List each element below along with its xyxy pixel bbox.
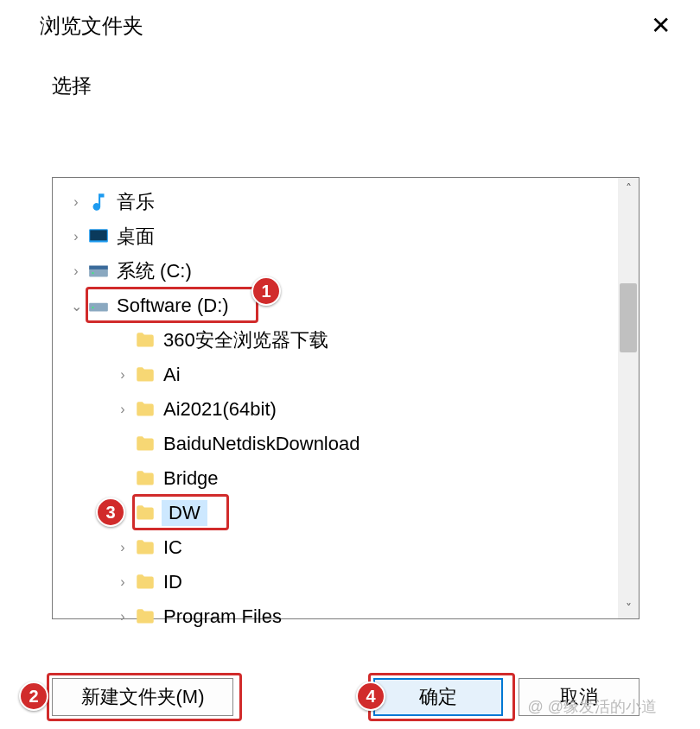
music-icon — [87, 191, 110, 213]
chevron-right-icon[interactable]: › — [113, 402, 132, 417]
scroll-up-icon[interactable]: ˄ — [618, 178, 639, 199]
drive-icon — [87, 295, 110, 317]
svg-rect-5 — [89, 303, 108, 312]
folder-tree[interactable]: ›音乐›桌面›系统 (C:)⌄Software (D:)1360安全浏览器下载›… — [53, 178, 639, 634]
folder-icon — [134, 467, 156, 490]
annotation-badge-3: 3 — [96, 498, 125, 527]
folder-icon — [134, 502, 156, 524]
tree-item-label: IC — [163, 536, 182, 559]
tree-item[interactable]: Bridge — [61, 461, 639, 496]
tree-item[interactable]: ⌄Software (D:)1 — [61, 288, 639, 323]
tree-item-label: BaiduNetdiskDownload — [163, 433, 360, 455]
folder-icon — [134, 536, 156, 559]
chevron-right-icon[interactable]: › — [113, 609, 132, 624]
tree-item[interactable]: ›Ai2021(64bit) — [61, 392, 639, 427]
folder-icon — [134, 329, 156, 352]
new-folder-button[interactable]: 新建文件夹(M) — [52, 678, 233, 716]
svg-point-4 — [92, 272, 93, 274]
chevron-right-icon[interactable]: › — [113, 574, 132, 590]
chevron-right-icon[interactable]: › — [67, 194, 86, 210]
tree-item-label: Ai — [163, 364, 181, 386]
svg-rect-1 — [90, 230, 107, 240]
tree-item-label: 系统 (C:) — [117, 258, 192, 284]
ok-button[interactable]: 确定 — [373, 678, 503, 716]
folder-icon — [134, 571, 156, 593]
tree-item-label: DW — [162, 500, 207, 526]
svg-point-6 — [92, 307, 93, 308]
folder-icon — [134, 605, 156, 628]
chevron-right-icon[interactable]: › — [113, 540, 132, 555]
instruction-label: 选择 — [0, 45, 700, 99]
scroll-thumb[interactable] — [620, 283, 637, 352]
folder-tree-container: ›音乐›桌面›系统 (C:)⌄Software (D:)1360安全浏览器下载›… — [52, 177, 640, 619]
annotation-badge-4: 4 — [356, 681, 385, 711]
tree-item-label: Program Files — [163, 605, 282, 628]
folder-icon — [134, 398, 156, 421]
tree-item-label: 桌面 — [117, 224, 155, 250]
tree-item[interactable]: ›桌面 — [61, 219, 639, 254]
svg-rect-3 — [89, 266, 108, 269]
tree-item-label: Bridge — [163, 467, 219, 490]
tree-item-label: 360安全浏览器下载 — [163, 327, 328, 353]
cancel-button[interactable]: 取消 — [519, 678, 640, 716]
annotation-badge-2: 2 — [19, 681, 48, 711]
tree-item[interactable]: ›Program Files — [61, 599, 639, 634]
svg-rect-2 — [89, 269, 108, 277]
drive-sys-icon — [87, 260, 110, 282]
tree-item-label: Software (D:) — [117, 295, 229, 317]
desktop-icon — [87, 225, 110, 248]
titlebar: 浏览文件夹 ✕ — [0, 0, 700, 45]
tree-item[interactable]: DW3 — [61, 496, 639, 530]
dialog-title: 浏览文件夹 — [40, 12, 143, 40]
scroll-down-icon[interactable]: ˅ — [618, 598, 639, 618]
tree-item[interactable]: ›音乐 — [61, 185, 639, 219]
browse-folder-dialog: 浏览文件夹 ✕ 选择 ›音乐›桌面›系统 (C:)⌄Software (D:)1… — [0, 0, 700, 729]
tree-item-label: Ai2021(64bit) — [163, 398, 277, 421]
tree-item[interactable]: ›Ai — [61, 358, 639, 392]
tree-item[interactable]: ›IC — [61, 530, 639, 565]
tree-item-label: ID — [163, 571, 182, 593]
folder-icon — [134, 433, 156, 455]
tree-item[interactable]: BaiduNetdiskDownload — [61, 427, 639, 461]
chevron-right-icon[interactable]: › — [113, 367, 132, 383]
folder-icon — [134, 364, 156, 386]
tree-item[interactable]: ›系统 (C:) — [61, 254, 639, 288]
tree-item[interactable]: 360安全浏览器下载 — [61, 323, 639, 358]
scrollbar[interactable]: ˄ ˅ — [618, 178, 639, 618]
annotation-badge-1: 1 — [251, 276, 281, 306]
chevron-right-icon[interactable]: › — [67, 229, 86, 244]
tree-item-label: 音乐 — [117, 189, 155, 215]
chevron-right-icon[interactable]: › — [67, 263, 86, 279]
chevron-down-icon[interactable]: ⌄ — [67, 298, 86, 314]
close-icon[interactable]: ✕ — [644, 14, 678, 38]
tree-item[interactable]: ›ID — [61, 565, 639, 599]
button-row: 2 新建文件夹(M) 4 确定 取消 — [52, 672, 640, 722]
